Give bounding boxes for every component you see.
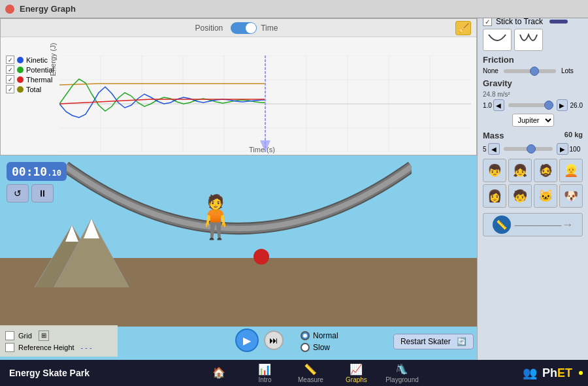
graphs-label: Graphs xyxy=(346,376,367,383)
avatar-2[interactable]: 👧 xyxy=(508,159,532,182)
legend-thermal: Thermal xyxy=(6,75,54,84)
step-button[interactable]: ⏭ xyxy=(264,330,284,350)
timer-display: 00:10.10 xyxy=(7,162,67,181)
x-axis-label: Time (s) xyxy=(249,146,275,153)
friction-slider-thumb[interactable] xyxy=(530,67,539,76)
nav-measure[interactable]: 📏 Measure xyxy=(287,360,333,386)
right-panel: Speed Stick to Track Friction None Lots … xyxy=(477,0,588,362)
avatar-3[interactable]: 🧔 xyxy=(534,159,557,182)
graph-toolbar: Position Time 🧹 xyxy=(1,19,476,37)
mass-slider-track xyxy=(504,147,553,151)
friction-none-label: None xyxy=(483,67,498,74)
ref-height-label: Reference Height xyxy=(18,344,74,351)
position-label: Position xyxy=(195,24,223,33)
gravity-slider-row: 1.0 ◀ ▶ 26.0 xyxy=(483,99,583,111)
nav-graphs[interactable]: 📈 Graphs xyxy=(333,360,379,386)
nav-home[interactable]: 🏠 xyxy=(196,360,242,386)
grid-row: Grid ⊞ xyxy=(5,330,112,341)
intro-icon: 📊 xyxy=(258,363,271,376)
slow-speed-radio[interactable] xyxy=(301,343,310,352)
energy-dot xyxy=(253,249,269,265)
gravity-min-label: 1.0 xyxy=(483,102,492,109)
mass-slider-thumb[interactable] xyxy=(527,144,536,153)
friction-lots-label: Lots xyxy=(561,67,574,74)
ref-height-checkbox[interactable] xyxy=(5,343,14,352)
thermal-checkbox[interactable] xyxy=(6,75,14,84)
gravity-value-row: 24.8 m/s² xyxy=(483,91,583,98)
friction-title: Friction xyxy=(483,55,583,65)
nav-items: 🏠 📊 Intro 📏 Measure 📈 Graphs 🛝 Playgroun… xyxy=(99,360,523,386)
stick-to-track-row: Stick to Track xyxy=(483,17,583,26)
y-axis-label: Energy (J) xyxy=(49,43,57,76)
normal-speed-row: Normal xyxy=(301,331,338,340)
erase-button[interactable]: 🧹 xyxy=(455,21,471,35)
total-label: Total xyxy=(26,86,41,93)
mass-title: Mass 60 kg xyxy=(483,131,583,140)
gravity-right-arrow[interactable]: ▶ xyxy=(557,99,568,111)
legend-kinetic: Kinetic xyxy=(6,56,54,64)
slow-speed-row: Slow xyxy=(301,343,338,352)
skate-scene: 🧍 xyxy=(0,155,477,327)
avatar-6[interactable]: 🧒 xyxy=(508,184,532,208)
measure-icon: 📏 xyxy=(304,363,317,376)
timer-reset-button[interactable]: ↺ xyxy=(7,184,29,202)
track-shape-valley[interactable] xyxy=(483,29,512,51)
nav-intro[interactable]: 📊 Intro xyxy=(242,360,287,386)
position-time-toggle[interactable] xyxy=(231,22,257,34)
avatar-8[interactable]: 🐶 xyxy=(559,184,583,208)
grid-checkbox[interactable] xyxy=(5,331,14,340)
mass-left-arrow[interactable]: ◀ xyxy=(488,143,500,155)
tape-line: ————→ xyxy=(515,218,574,232)
graph-panel: Position Time 🧹 Kinetic Potential Therma… xyxy=(0,18,477,155)
grid-label: Grid xyxy=(18,332,32,340)
gravity-value2: 26.0 xyxy=(570,102,583,109)
grid-icon: ⊞ xyxy=(39,330,49,341)
restart-skater-button[interactable]: Restart Skater 🔄 xyxy=(393,334,474,349)
track-shape-wave[interactable] xyxy=(514,29,543,51)
avatar-5[interactable]: 👩 xyxy=(483,184,506,208)
potential-checkbox[interactable] xyxy=(6,65,14,74)
speed-controls: ▶ ⏭ xyxy=(235,329,284,352)
speed-radio: Normal Slow xyxy=(301,331,338,352)
thermal-label: Thermal xyxy=(26,76,52,84)
playground-icon: 🛝 xyxy=(395,363,408,376)
timer-pause-button[interactable]: ⏸ xyxy=(31,184,54,202)
close-button[interactable] xyxy=(5,5,14,14)
total-dot xyxy=(17,86,24,93)
stick-to-track-checkbox[interactable] xyxy=(483,17,492,26)
potential-dot xyxy=(17,67,24,73)
mass-right-arrow[interactable]: ▶ xyxy=(557,143,568,155)
tape-measure-icon: 📏 xyxy=(493,216,511,234)
legend-potential: Potential xyxy=(6,65,54,74)
avatar-1[interactable]: 👦 xyxy=(483,159,506,182)
thermal-dot xyxy=(17,76,24,83)
normal-speed-radio[interactable] xyxy=(301,331,310,340)
ref-height-row: Reference Height - - - xyxy=(5,343,112,352)
avatar-4[interactable]: 👱 xyxy=(559,159,583,182)
kinetic-label: Kinetic xyxy=(26,56,48,64)
mass-value: 60 kg xyxy=(564,131,583,138)
timer-controls: ↺ ⏸ xyxy=(7,184,54,202)
gravity-left-arrow[interactable]: ◀ xyxy=(493,99,504,111)
title-bar: Energy Graph xyxy=(0,0,588,18)
bottom-left-controls: Grid ⊞ Reference Height - - - xyxy=(0,325,118,357)
track-shape-row xyxy=(483,29,583,51)
user-icon[interactable]: 👥 xyxy=(523,366,537,380)
avatar-7[interactable]: 🐱 xyxy=(534,184,557,208)
play-button[interactable]: ▶ xyxy=(235,329,259,352)
gravity-slider-track xyxy=(508,103,553,107)
graph-canvas: 7000 3500 0 -3500 -7000 0246810121416182… xyxy=(59,56,471,152)
mass-slider-row: 5 ◀ ▶ 100 xyxy=(483,143,583,155)
gravity-slider-thumb[interactable] xyxy=(544,101,553,110)
kinetic-checkbox[interactable] xyxy=(6,56,14,64)
planet-select[interactable]: Jupiter Earth Moon Mars xyxy=(512,114,554,127)
mass-max-label: 100 xyxy=(570,146,581,153)
nav-playground[interactable]: 🛝 Playground xyxy=(379,360,425,386)
tape-measure-tool[interactable]: 📏 ————→ xyxy=(483,213,583,236)
friction-control: None Lots xyxy=(483,67,583,74)
intro-label: Intro xyxy=(258,376,271,383)
total-checkbox[interactable] xyxy=(6,85,14,93)
phet-dot xyxy=(579,371,583,375)
app-title: Energy Skate Park xyxy=(0,368,99,378)
slow-speed-label: Slow xyxy=(313,343,330,352)
